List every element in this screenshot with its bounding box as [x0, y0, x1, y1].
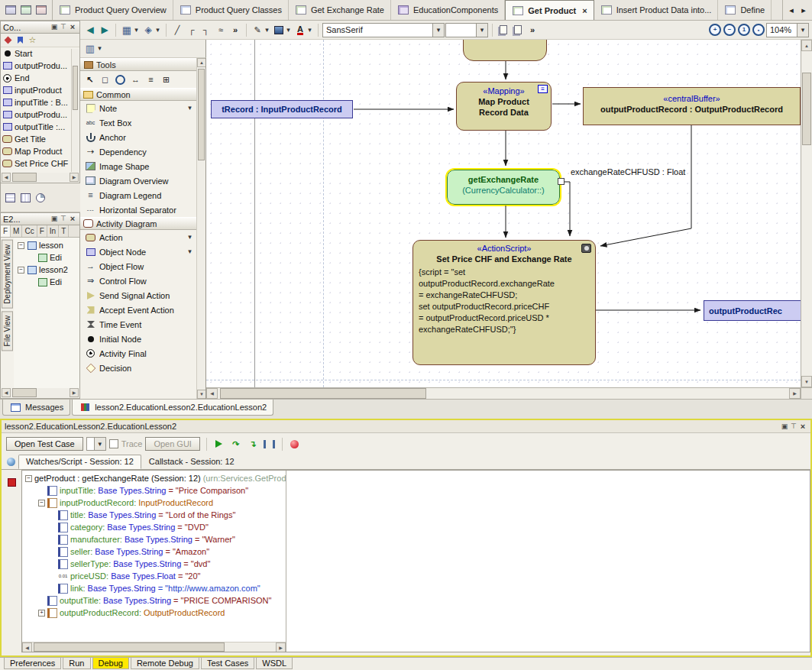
pin-icon[interactable]: [59, 215, 68, 224]
explorer-mode-tab[interactable]: In: [47, 225, 59, 237]
zoom-level-select[interactable]: 104%: [766, 23, 809, 37]
palette-item[interactable]: Object Flow: [80, 259, 196, 274]
toolbar-button[interactable]: [120, 22, 141, 37]
project-window-icon[interactable]: [5, 4, 17, 16]
toolbar-button[interactable]: [185, 22, 199, 37]
tree-item[interactable]: Edi: [14, 251, 79, 264]
dock-tab[interactable]: Messages: [2, 400, 70, 416]
scrollbar-thumb[interactable]: [12, 388, 37, 397]
watch-row[interactable]: outputTitle: Base Types.String = "PRICE …: [24, 594, 286, 607]
trace-checkbox[interactable]: [109, 439, 118, 448]
palette-header-activity[interactable]: Activity Diagram: [80, 217, 196, 230]
float-window-icon[interactable]: [50, 23, 59, 32]
toolbar-button[interactable]: [214, 22, 228, 37]
tree-item[interactable]: inputTitle : B...: [1, 96, 72, 108]
watch-row[interactable]: manufacturer: Base Types.String = "Warne…: [24, 533, 286, 545]
tree-item[interactable]: − lesson: [14, 239, 79, 251]
toolbar-button[interactable]: [752, 22, 765, 37]
tree-item[interactable]: − lesson2: [14, 264, 79, 276]
canvas-vscrollbar[interactable]: [801, 40, 812, 387]
bookmark-icon[interactable]: [15, 35, 25, 45]
palette-item[interactable]: Send Signal Action: [80, 288, 196, 303]
scrollbar-thumb[interactable]: [802, 73, 811, 145]
palette-item[interactable]: Initial Node: [80, 332, 196, 346]
palette-item[interactable]: Diagram Legend: [80, 188, 196, 202]
palette-item[interactable]: Image Shape: [80, 159, 196, 173]
tree-item[interactable]: inputProduct: [1, 84, 72, 96]
palette-item[interactable]: Text Box: [80, 115, 196, 130]
close-icon[interactable]: [68, 23, 77, 32]
history-icon[interactable]: [34, 192, 47, 204]
debugger-tab[interactable]: Callstack - Session: 12: [141, 455, 242, 469]
toolbar-button[interactable]: [228, 22, 242, 37]
scroll-right-icon[interactable]: [70, 173, 79, 182]
palette-item[interactable]: Anchor: [80, 130, 196, 144]
palette-item[interactable]: Horizontal Separator: [80, 202, 196, 217]
toolbar-button[interactable]: [83, 41, 104, 57]
model-window-icon[interactable]: [35, 4, 47, 16]
status-tab[interactable]: Run: [63, 658, 90, 669]
palette-item[interactable]: Activity Final: [80, 346, 196, 361]
open-test-case-button[interactable]: Open Test Case: [6, 437, 83, 451]
doc-tab[interactable]: Product Query Overview: [53, 0, 173, 20]
toolbar-button[interactable]: [83, 22, 97, 37]
font-size-select[interactable]: [445, 23, 488, 37]
watch-root-row[interactable]: − getProduct : getExchangeRate (Session:…: [24, 472, 286, 484]
toolbar-button[interactable]: [199, 22, 213, 37]
structure-icon[interactable]: [4, 192, 16, 204]
test-case-select[interactable]: [86, 437, 106, 451]
pin-label[interactable]: exchangeRateCHFUSD : Float: [571, 167, 685, 176]
palette-item[interactable]: Note: [80, 101, 196, 115]
scrollbar-thumb[interactable]: [12, 173, 37, 182]
palette-tool-button[interactable]: [98, 73, 112, 87]
palette-item[interactable]: Dependency: [80, 144, 196, 159]
font-family-select[interactable]: SansSerif: [322, 23, 445, 37]
watch-row[interactable]: − inputProductRecord: InputProductRecord: [24, 497, 286, 509]
expander-icon[interactable]: −: [25, 475, 32, 482]
watch-row[interactable]: sellerType: Base Types.String = "dvd": [24, 558, 286, 570]
float-window-icon[interactable]: [50, 215, 59, 224]
toolbar-button[interactable]: [708, 22, 722, 37]
scroll-right-icon[interactable]: [789, 388, 801, 399]
doc-tab[interactable]: Get Exchange Rate: [289, 0, 391, 20]
scroll-left-icon[interactable]: [22, 642, 32, 652]
scroll-up-icon[interactable]: [197, 58, 206, 67]
watch-row[interactable]: title: Base Types.String = "Lord of the …: [24, 509, 286, 521]
doc-tab[interactable]: EducationComponents: [391, 0, 505, 20]
toolbar-button[interactable]: [141, 22, 162, 37]
open-gui-button[interactable]: Open GUI: [145, 437, 200, 451]
scroll-up-icon[interactable]: [801, 40, 812, 51]
watch-hscrollbar[interactable]: [22, 642, 286, 652]
doc-tab[interactable]: Define: [718, 0, 772, 20]
step-over-icon[interactable]: [247, 438, 259, 450]
watch-row[interactable]: inputTitle: Base Types.String = "Price C…: [24, 484, 286, 497]
containment-hscrollbar[interactable]: [2, 173, 79, 182]
doc-tab[interactable]: Product Query Classes: [173, 0, 289, 20]
toolbar-button[interactable]: [737, 22, 751, 37]
scroll-down-icon[interactable]: [197, 390, 206, 399]
dock-tab[interactable]: lesson2.EducationLesson2.EducationLesson…: [72, 400, 273, 416]
toolbar-button[interactable]: [723, 22, 736, 37]
scrollbar-thumb[interactable]: [198, 69, 205, 160]
toolbar-button[interactable]: [98, 22, 112, 37]
palette-tool-button[interactable]: [82, 73, 97, 87]
flow-buffer-to-script[interactable]: [600, 125, 691, 246]
palette-tool-button[interactable]: [113, 73, 128, 87]
scroll-right-icon[interactable]: [276, 642, 286, 652]
toolbar-button[interactable]: [511, 22, 525, 37]
explorer-mode-tab[interactable]: F: [1, 225, 11, 237]
status-tab[interactable]: Remote Debug: [131, 658, 199, 669]
watch-row[interactable]: seller: Base Types.String = "Amazon": [24, 545, 286, 558]
step-into-icon[interactable]: [230, 438, 242, 450]
watch-tree-pane[interactable]: − getProduct : getExchangeRate (Session:…: [22, 471, 286, 652]
flow-pin-to-script[interactable]: [565, 182, 570, 236]
toolbar-button[interactable]: [497, 22, 510, 37]
toolbar-button[interactable]: [272, 22, 293, 37]
watch-row[interactable]: + outputProductRecord: OutputProductReco…: [24, 607, 286, 619]
close-tab-icon[interactable]: ×: [582, 6, 587, 15]
toolbar-button[interactable]: [170, 22, 184, 37]
scroll-left-icon[interactable]: [2, 388, 11, 397]
toolbar-button[interactable]: [251, 22, 271, 37]
palette-item[interactable]: Control Flow: [80, 274, 196, 288]
scroll-left-icon[interactable]: [2, 173, 11, 182]
